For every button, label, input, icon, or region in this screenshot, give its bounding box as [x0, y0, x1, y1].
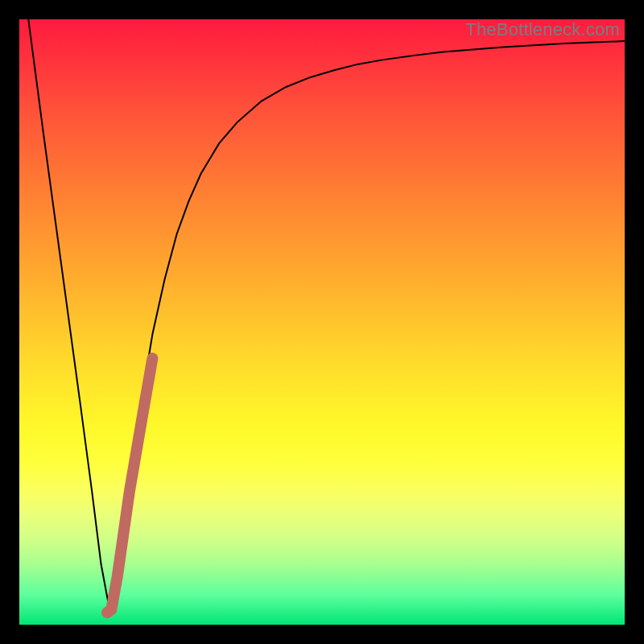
series-highlight-segment — [107, 358, 152, 613]
series-main-curve — [28, 19, 625, 613]
curve-layer — [19, 19, 625, 625]
plot-area: TheBottleneck.com — [19, 19, 625, 625]
chart-frame: TheBottleneck.com — [0, 0, 644, 644]
